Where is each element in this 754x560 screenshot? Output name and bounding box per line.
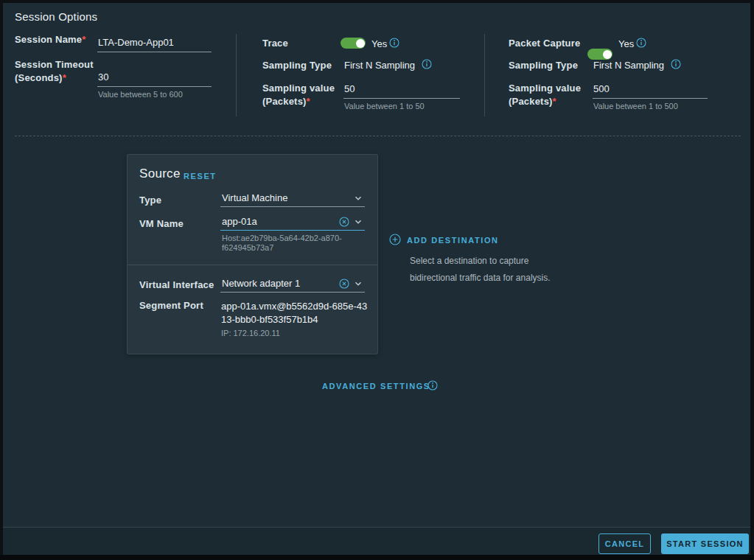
page-title: Session Options bbox=[15, 10, 97, 23]
trace-label: Trace bbox=[262, 38, 288, 49]
packet-capture-toggle[interactable] bbox=[587, 49, 612, 60]
required-asterisk: * bbox=[82, 34, 85, 45]
chevron-down-icon[interactable] bbox=[354, 279, 363, 288]
source-type-value: Virtual Machine bbox=[222, 192, 287, 203]
start-session-button[interactable]: START SESSION bbox=[661, 533, 749, 554]
destination-hint-line2: bidirectional traffic data for analysis. bbox=[410, 273, 551, 283]
vm-name-value: app-01a bbox=[222, 216, 257, 227]
virtual-interface-label: Virtual Interface bbox=[139, 279, 214, 290]
packet-capture-label: Packet Capture bbox=[509, 38, 580, 49]
pc-sampling-type-value: First N Sampling bbox=[593, 60, 664, 71]
reset-button[interactable]: RESET bbox=[184, 172, 217, 181]
vm-name-select[interactable]: app-01a bbox=[220, 216, 365, 231]
trace-sampling-value-label: Sampling value (Packets)* bbox=[262, 82, 335, 108]
section-divider bbox=[15, 136, 741, 136]
trace-sampling-hint: Value between 1 to 50 bbox=[344, 102, 425, 111]
card-divider bbox=[128, 265, 377, 265]
info-icon[interactable] bbox=[636, 38, 646, 48]
vm-name-label: VM Name bbox=[139, 218, 184, 229]
info-icon[interactable] bbox=[671, 59, 681, 69]
pc-sampling-type-label: Sampling Type bbox=[509, 60, 578, 71]
required-asterisk: * bbox=[553, 96, 556, 107]
pc-sampling-value-label: Sampling value (Packets)* bbox=[509, 82, 581, 108]
trace-sampling-value-input[interactable] bbox=[343, 83, 460, 99]
session-name-label: Session Name* bbox=[15, 34, 86, 45]
info-icon[interactable] bbox=[422, 59, 432, 69]
source-card-title: Source bbox=[139, 167, 181, 181]
session-timeout-label: Session Timeout (Seconds)* bbox=[15, 58, 94, 85]
source-card: Source RESET Type Virtual Machine VM Nam… bbox=[127, 154, 378, 354]
session-options-screen: Session Options Session Name* Session Ti… bbox=[0, 0, 754, 560]
chevron-down-icon[interactable] bbox=[354, 194, 363, 203]
required-asterisk: * bbox=[63, 72, 66, 83]
trace-toggle[interactable] bbox=[341, 38, 366, 49]
clear-selection-icon[interactable] bbox=[339, 217, 349, 227]
segment-port-ip: IP: 172.16.20.11 bbox=[221, 329, 280, 337]
virtual-interface-select[interactable]: Network adapter 1 bbox=[220, 278, 365, 293]
session-timeout-hint: Value between 5 to 600 bbox=[98, 90, 183, 99]
column-divider bbox=[236, 34, 237, 116]
packet-capture-toggle-state: Yes bbox=[618, 38, 634, 49]
trace-toggle-state: Yes bbox=[371, 38, 387, 49]
session-name-input[interactable] bbox=[97, 37, 212, 52]
segment-port-label: Segment Port bbox=[139, 300, 203, 311]
segment-port-value: app-01a.vmx@b5562d9d-685e-43 13-bbb0-bf5… bbox=[221, 300, 370, 326]
cancel-button[interactable]: CANCEL bbox=[598, 533, 651, 554]
column-divider bbox=[484, 34, 485, 116]
toggle-knob bbox=[603, 50, 612, 59]
bottom-strip bbox=[0, 555, 754, 560]
vm-host-hint: Host:ae2b79ba-5a64-42b2-a870- f624945b73… bbox=[222, 234, 342, 253]
advanced-settings-button[interactable]: ADVANCED SETTINGS bbox=[322, 382, 430, 391]
source-type-label: Type bbox=[139, 195, 161, 206]
virtual-interface-value: Network adapter 1 bbox=[222, 278, 300, 289]
pc-sampling-value-input[interactable] bbox=[593, 83, 708, 99]
source-type-select[interactable]: Virtual Machine bbox=[220, 192, 365, 207]
info-icon[interactable] bbox=[427, 380, 438, 391]
toggle-knob bbox=[356, 39, 365, 48]
chevron-down-icon[interactable] bbox=[354, 217, 363, 226]
destination-hint-line1: Select a destination to capture bbox=[410, 256, 528, 266]
clear-selection-icon[interactable] bbox=[339, 279, 349, 289]
trace-sampling-type-value: First N Sampling bbox=[344, 60, 415, 71]
info-icon[interactable] bbox=[389, 38, 399, 48]
trace-sampling-type-label: Sampling Type bbox=[262, 60, 332, 71]
add-destination-button[interactable]: ADD DESTINATION bbox=[407, 236, 499, 245]
session-timeout-input[interactable] bbox=[97, 71, 212, 87]
pc-sampling-hint: Value between 1 to 500 bbox=[593, 102, 678, 111]
plus-circle-icon[interactable] bbox=[389, 234, 401, 245]
required-asterisk: * bbox=[307, 96, 310, 107]
